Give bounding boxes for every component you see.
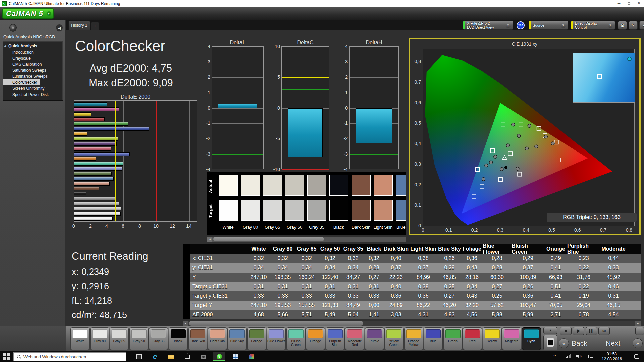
patch-foliage[interactable]: Foliage	[247, 327, 266, 350]
tab-history-1[interactable]: History 1	[68, 21, 90, 30]
patch-green[interactable]: Green	[443, 327, 463, 350]
de-bar-yellow	[74, 112, 91, 116]
record-icon[interactable]	[9, 24, 17, 32]
patch-gray-50[interactable]: Gray 50	[129, 327, 149, 350]
table-cell: 0,26	[512, 282, 544, 291]
task-view-icon[interactable]	[133, 352, 145, 361]
start-button[interactable]	[3, 353, 10, 360]
column-header: Gray 35	[342, 244, 365, 254]
cie-measured-marker	[516, 167, 519, 170]
edge-browser-icon[interactable]: e	[149, 352, 161, 361]
sidebar-item-introduction[interactable]: Introduction	[3, 49, 63, 55]
overflow-button[interactable]	[635, 327, 644, 335]
swatch-column-label: Gray 65	[261, 225, 283, 230]
patch-dark-skin[interactable]: Dark Skin	[188, 327, 207, 350]
scroll-left-icon[interactable]: ◂	[207, 237, 212, 242]
patch-magenta[interactable]: Magenta	[502, 327, 521, 350]
patch-light-skin[interactable]: Light Skin	[208, 327, 227, 350]
patch-white[interactable]: White	[70, 327, 90, 350]
file-explorer-icon[interactable]	[165, 352, 177, 361]
photos-icon[interactable]	[197, 352, 209, 361]
scrollbar-thumb[interactable]	[213, 237, 324, 241]
sidebar-item-screen-uniformity[interactable]: Screen Uniformity	[3, 85, 63, 92]
maximize-button[interactable]: □	[624, 0, 634, 7]
patch-blue-flower[interactable]: Blue Flower	[267, 327, 286, 350]
panel-collapse-button[interactable]: ◂	[639, 21, 644, 30]
scroll-left-icon[interactable]: ◂	[183, 321, 188, 326]
store-icon[interactable]	[181, 352, 193, 361]
chevron-down-icon[interactable]: ▼	[560, 23, 566, 28]
display-control-button[interactable]: Direct Display Control ▼	[571, 21, 615, 30]
gridline	[212, 108, 263, 109]
patch-bluish-green[interactable]: Bluish Green	[286, 327, 306, 350]
patch-orange[interactable]: Orange	[306, 327, 325, 350]
spreadsheet-icon[interactable]	[229, 352, 241, 361]
patch-moderate-red[interactable]: Moderate Red	[345, 327, 364, 350]
scroll-right-icon[interactable]: ▸	[635, 321, 641, 326]
calman-logo-button[interactable]: CalMAN 5 ▾	[2, 8, 54, 19]
patch-purplish-blue[interactable]: Purplish Blue	[326, 327, 345, 350]
table-cell: 0,33	[247, 291, 271, 301]
settings-gear-button[interactable]: ⚙	[618, 21, 627, 30]
patch-gray-35[interactable]: Gray 35	[149, 327, 168, 350]
utility-app-icon[interactable]	[246, 352, 258, 361]
cie-measured-marker	[485, 164, 488, 167]
patch-black[interactable]: Black	[169, 327, 188, 350]
patch-blue-sky[interactable]: Blue Sky	[227, 327, 247, 350]
y-tick-label: 4	[201, 44, 210, 49]
loop-button[interactable]: ∞	[598, 327, 610, 335]
sidebar-item-colorchecker[interactable]: ColorChecker	[3, 79, 40, 85]
pattern-window-button[interactable]	[543, 335, 557, 350]
add-tab-button[interactable]: +	[91, 22, 99, 30]
patch-orange-yellow[interactable]: Orange Yellow	[404, 327, 423, 350]
patch-yellow-green[interactable]: Yellow Green	[384, 327, 404, 350]
volume-muted-icon[interactable]: ✕	[573, 352, 585, 361]
tree-root[interactable]: Quick Analysis	[3, 43, 63, 49]
pause-button[interactable]: ▌▌	[586, 327, 597, 335]
patch-yellow[interactable]: Yellow	[483, 327, 502, 350]
keyboard-icon[interactable]	[585, 352, 597, 361]
patch-cyan[interactable]: Cyan	[522, 327, 541, 350]
table-cell: 86,22	[409, 301, 438, 310]
help-button[interactable]: ?	[629, 21, 638, 30]
swatch-scrollbar[interactable]: ◂	[207, 237, 406, 242]
patch-red[interactable]: Red	[463, 327, 482, 350]
patch-purple[interactable]: Purple	[365, 327, 384, 350]
back-button[interactable]: Back	[572, 339, 587, 347]
back-chevron-button[interactable]: «	[559, 338, 569, 348]
next-button[interactable]: Next	[606, 339, 620, 347]
sidebar-item-spectral-power-dist-[interactable]: Spectral Power Dist.	[3, 92, 63, 98]
patch-blue[interactable]: Blue	[424, 327, 443, 350]
taskbar-search[interactable]: Web und Windows durchsuchen	[13, 352, 126, 361]
taskbar-clock[interactable]: 01:58 12.08.2016	[599, 352, 625, 362]
logo-dropdown-icon[interactable]: ▾	[47, 11, 51, 16]
play-button[interactable]: ▶	[573, 327, 584, 335]
sidebar-item-cms-calibration[interactable]: CMS Calibration	[3, 61, 63, 67]
sidebar-item-luminance-sweeps[interactable]: Luminance Sweeps	[3, 73, 63, 79]
tray-expand-icon[interactable]: ⌃	[553, 354, 557, 359]
sidebar-item-grayscale[interactable]: Grayscale	[3, 55, 63, 61]
notification-center-icon[interactable]	[631, 352, 643, 361]
network-icon[interactable]	[562, 352, 574, 361]
chevron-down-icon[interactable]: ▼	[505, 23, 511, 28]
close-button[interactable]: ✕	[634, 0, 644, 7]
meter-select-button[interactable]: X-Rite i1Pro 2 LCD Direct View ▼	[463, 21, 513, 30]
stop-button[interactable]: ■	[560, 327, 572, 335]
next-chevron-button[interactable]: »	[633, 338, 643, 348]
de-bar-red	[74, 117, 105, 121]
cie-white-point	[504, 166, 507, 169]
patch-label: Black	[169, 339, 187, 343]
meter-count-badge[interactable]: 218	[517, 21, 525, 29]
patch-panel-up-button[interactable]: ▲	[543, 327, 557, 334]
calman-taskbar-icon[interactable]: 5	[213, 352, 225, 361]
patch-gray-80[interactable]: Gray 80	[90, 327, 109, 350]
chevron-down-icon[interactable]: ▼	[608, 23, 613, 28]
table-scrollbar[interactable]: ◂ ▸	[183, 321, 641, 326]
sidebar-item-saturation-sweeps[interactable]: Saturation Sweeps	[3, 67, 63, 73]
patch-gray-65[interactable]: Gray 65	[110, 327, 129, 350]
table-cell: 0,33	[365, 291, 383, 301]
source-select-button[interactable]: Source ▼	[529, 21, 568, 30]
sidebar-collapse-button[interactable]: ◀	[56, 24, 63, 32]
scrollbar-thumb[interactable]	[189, 321, 363, 326]
minimize-button[interactable]: ─	[614, 0, 624, 7]
